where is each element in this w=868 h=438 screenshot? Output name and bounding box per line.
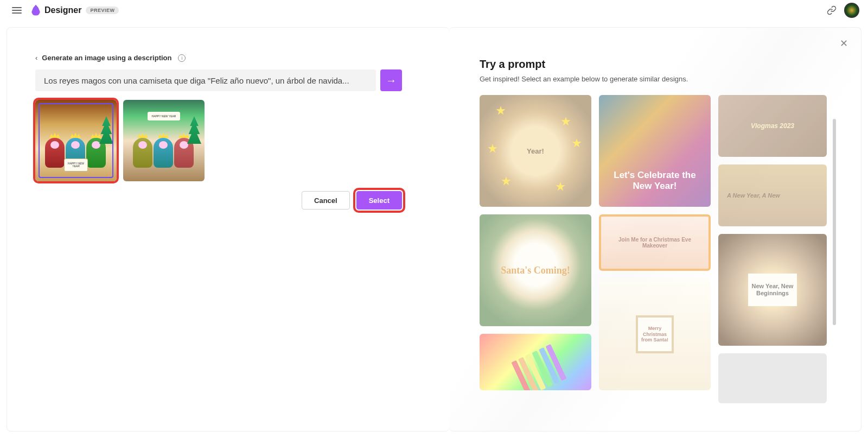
flame-icon — [31, 5, 40, 16]
info-icon[interactable]: i — [178, 54, 186, 62]
select-button[interactable]: Select — [356, 191, 402, 210]
result-thumb-1: HAPPY NEW YEAR — [35, 100, 117, 181]
tile-label: Let's Celebrate the New Year! — [610, 170, 700, 192]
banner-text: HAPPY NEW YEAR — [148, 112, 180, 120]
panel-title: Try a prompt — [480, 58, 839, 71]
prompt-tile[interactable]: A New Year, A New — [718, 164, 827, 226]
back-label: Generate an image using a description — [42, 54, 171, 62]
panel-subtitle: Get inspired! Select an example below to… — [480, 75, 839, 83]
prompt-tile[interactable]: Let's Celebrate the New Year! — [599, 95, 711, 207]
tile-label: A New Year, A New — [727, 192, 780, 199]
panel-right: ✕Try a promptGet inspired! Select an exa… — [449, 27, 861, 431]
cancel-button[interactable]: Cancel — [302, 191, 350, 210]
scrollbar[interactable] — [833, 119, 836, 325]
sign-text: HAPPY NEW YEAR — [64, 158, 88, 172]
chevron-left-icon: ‹ — [35, 54, 37, 62]
logo-group: DesignerPREVIEW — [31, 5, 119, 16]
gallery-col-2: Let's Celebrate the New Year!Join Me for… — [599, 95, 711, 403]
menu-icon[interactable] — [9, 4, 25, 17]
result-thumb-2: HAPPY NEW YEAR — [123, 100, 205, 181]
result-card-1[interactable]: HAPPY NEW YEAR — [35, 100, 117, 181]
results-row: HAPPY NEW YEARHAPPY NEW YEAR — [35, 100, 449, 181]
result-card-2[interactable]: HAPPY NEW YEAR — [123, 100, 205, 181]
main: ‹Generate an image using a descriptioniL… — [0, 21, 868, 438]
prompt-tile[interactable] — [480, 334, 591, 390]
tile-label: Santa's Coming! — [501, 265, 570, 276]
prompt-tile[interactable]: Santa's Coming! — [480, 214, 591, 326]
close-button[interactable]: ✕ — [840, 37, 848, 49]
prompt-tile[interactable] — [718, 353, 827, 403]
prompt-tile[interactable]: Vlogmas 2023 — [718, 95, 827, 157]
gallery-col-1: Year!Santa's Coming! — [480, 95, 591, 403]
gallery-col-3: Vlogmas 2023A New Year, A NewNew Year, N… — [718, 95, 827, 403]
back-row[interactable]: ‹Generate an image using a descriptioni — [35, 54, 449, 62]
tile-label: Vlogmas 2023 — [751, 122, 794, 130]
tile-label: Join Me for a Christmas Eve Makeover — [617, 237, 692, 249]
avatar[interactable] — [844, 3, 859, 18]
prompt-row: Los reyes magos con una camiseta que dig… — [35, 69, 402, 91]
prompt-tile[interactable]: New Year, New Beginnings — [718, 234, 827, 346]
link-icon[interactable] — [827, 5, 837, 15]
submit-button[interactable]: → — [380, 69, 402, 91]
panel-left: ‹Generate an image using a descriptioniL… — [7, 27, 449, 431]
gallery: Year!Santa's Coming!Let's Celebrate the … — [480, 95, 839, 403]
app-header: DesignerPREVIEW — [0, 0, 868, 21]
prompt-tile[interactable]: Join Me for a Christmas Eve Makeover — [599, 214, 711, 271]
preview-badge: PREVIEW — [86, 7, 119, 14]
arrow-right-icon: → — [386, 74, 397, 87]
tile-label: New Year, New Beginnings — [748, 274, 797, 306]
brand-label: Designer — [44, 5, 81, 15]
action-row: CancelSelect — [35, 191, 402, 210]
header-right — [827, 3, 859, 18]
prompt-tile[interactable]: Merry Christmas from Santa! — [599, 278, 711, 390]
tile-label: Merry Christmas from Santa! — [636, 315, 674, 353]
prompt-tile[interactable]: Year! — [480, 95, 591, 207]
prompt-input[interactable]: Los reyes magos con una camiseta que dig… — [35, 69, 376, 91]
